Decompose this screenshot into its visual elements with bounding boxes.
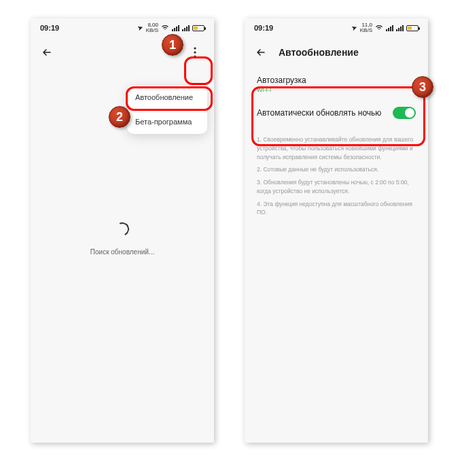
- back-button[interactable]: [40, 46, 54, 59]
- svg-point-0: [194, 47, 196, 49]
- status-bar: 09:19 ➤ 8,00 KB/S: [31, 18, 214, 37]
- battery-icon: [406, 25, 419, 31]
- setting-title: Автоматически обновлять ночью: [257, 108, 381, 118]
- toggle-knob: [405, 108, 414, 118]
- menu-item-beta[interactable]: Бета-программа: [127, 109, 207, 134]
- status-time: 09:19: [40, 24, 59, 32]
- more-vertical-icon: [194, 47, 196, 58]
- info-text: 1. Своевременно устанавливайте обновлени…: [245, 129, 428, 228]
- svg-point-1: [194, 51, 196, 53]
- loading-text: Поиск обновлений...: [90, 248, 154, 256]
- night-update-toggle[interactable]: [393, 107, 416, 119]
- badge-1: 1: [162, 34, 183, 56]
- phone-screen-right: 09:19 ➤ 11,0 KB/S Автообновление Автозаг…: [245, 18, 428, 443]
- badge-2: 2: [109, 106, 130, 128]
- info-p3: 3. Обновления будут установлены ночью, с…: [257, 178, 416, 196]
- signal-icon-2: [396, 25, 404, 31]
- menu-item-autoupdate[interactable]: Автообновление: [127, 85, 207, 109]
- signal-icon: [172, 25, 179, 31]
- spinner-icon: [113, 220, 131, 238]
- setting-title: Автозагрузка: [257, 75, 416, 85]
- location-icon: ➤: [351, 24, 358, 32]
- arrow-left-icon: [255, 46, 267, 58]
- badge-3: 3: [412, 76, 433, 98]
- wifi-icon: [375, 24, 383, 32]
- status-bar: 09:19 ➤ 11,0 KB/S: [245, 18, 428, 37]
- setting-night-update: Автоматически обновлять ночью: [257, 100, 416, 126]
- battery-icon: [192, 25, 205, 31]
- app-bar: [31, 37, 214, 67]
- setting-subtitle: Wi-Fi: [257, 86, 416, 93]
- location-icon: ➤: [137, 24, 144, 32]
- more-button[interactable]: [185, 41, 205, 63]
- info-p1: 1. Своевременно устанавливайте обновлени…: [257, 135, 416, 161]
- status-right: ➤ 11,0 KB/S: [352, 22, 419, 33]
- more-dropdown: Автообновление Бета-программа: [127, 85, 207, 134]
- signal-icon-2: [182, 25, 190, 31]
- signal-icon: [386, 25, 393, 31]
- page-title: Автообновление: [279, 47, 359, 58]
- network-speed: 11,0 KB/S: [360, 22, 372, 33]
- status-right: ➤ 8,00 KB/S: [138, 22, 205, 33]
- app-bar: Автообновление: [245, 37, 428, 67]
- network-speed: 8,00 KB/S: [146, 22, 158, 33]
- wifi-icon: [161, 24, 169, 32]
- status-time: 09:19: [254, 24, 273, 32]
- arrow-left-icon: [41, 46, 53, 58]
- svg-point-2: [194, 55, 196, 57]
- phone-screen-left: 09:19 ➤ 8,00 KB/S Автообновление Бета-: [31, 18, 214, 443]
- back-button[interactable]: [254, 46, 268, 59]
- setting-autodownload[interactable]: Автозагрузка Wi-Fi: [257, 70, 416, 100]
- loading-area: Поиск обновлений...: [31, 222, 214, 256]
- settings-list: Автозагрузка Wi-Fi Автоматически обновля…: [245, 67, 428, 129]
- info-p4: 4. Эта функция недоступна для масштабног…: [257, 200, 416, 218]
- info-p2: 2. Сотовые данные не будут использоватьс…: [257, 165, 416, 174]
